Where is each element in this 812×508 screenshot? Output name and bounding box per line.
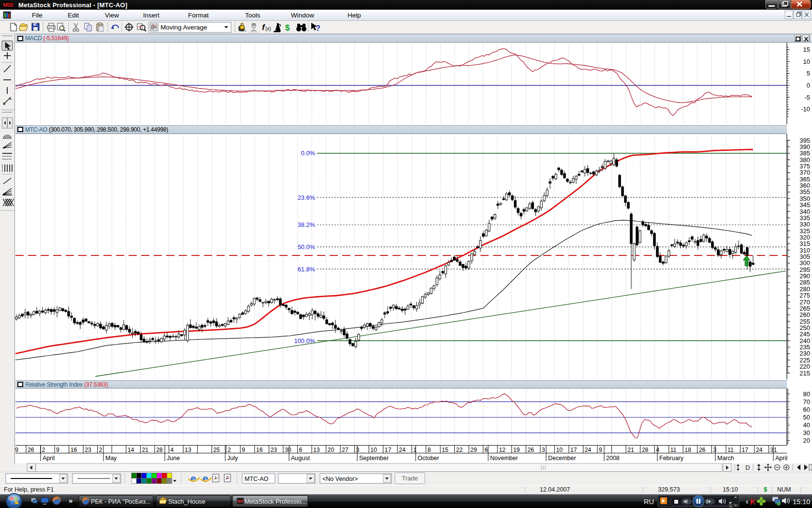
svg-text:MetaStock Professio...: MetaStock Professio... <box>245 498 306 505</box>
svg-text:Stach_House: Stach_House <box>168 498 205 505</box>
svg-text:»: » <box>69 496 72 505</box>
svg-text:MS: MS <box>237 499 244 504</box>
svg-text:RU: RU <box>644 498 654 506</box>
svg-text:‹: ‹ <box>746 497 748 506</box>
svg-text:РБК - РИА "РосБиз...: РБК - РИА "РосБиз... <box>91 498 151 505</box>
svg-text:K: K <box>750 498 756 506</box>
svg-text:15:10: 15:10 <box>793 498 810 506</box>
